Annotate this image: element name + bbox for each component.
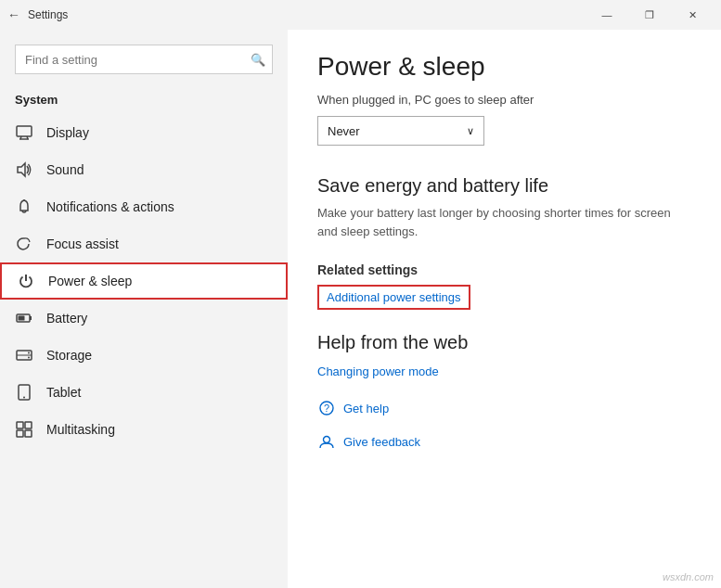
sidebar-item-power-label: Power & sleep xyxy=(48,274,132,288)
related-settings-label: Related settings xyxy=(317,262,691,277)
svg-marker-4 xyxy=(18,163,25,176)
storage-icon xyxy=(15,346,33,364)
dropdown-value: Never xyxy=(328,124,360,138)
sidebar-item-focus[interactable]: Focus assist xyxy=(0,225,288,262)
save-energy-desc: Make your battery last longer by choosin… xyxy=(317,204,689,240)
focus-icon xyxy=(15,235,33,253)
sound-icon xyxy=(15,160,33,179)
svg-rect-9 xyxy=(19,316,25,321)
give-feedback-icon xyxy=(317,432,336,451)
svg-point-22 xyxy=(324,437,330,443)
plugged-in-label: When plugged in, PC goes to sleep after xyxy=(317,93,691,107)
page-title: Power & sleep xyxy=(317,52,691,82)
sidebar-item-sound-label: Sound xyxy=(46,162,84,177)
main-container: 🔍 System Display xyxy=(0,30,721,588)
maximize-button[interactable]: ❐ xyxy=(628,0,671,30)
search-container: 🔍 xyxy=(0,37,288,82)
content-area: Power & sleep When plugged in, PC goes t… xyxy=(288,30,721,588)
chevron-down-icon: ∨ xyxy=(467,125,474,137)
save-energy-title: Save energy and battery life xyxy=(317,175,691,197)
help-from-web-title: Help from the web xyxy=(317,332,691,353)
sidebar-item-notifications[interactable]: Notifications & actions xyxy=(0,188,288,225)
settings-back-icon: ← xyxy=(7,7,20,22)
sidebar-item-battery-label: Battery xyxy=(46,311,87,326)
title-bar-title: Settings xyxy=(28,8,68,21)
sidebar: 🔍 System Display xyxy=(0,30,288,588)
svg-text:?: ? xyxy=(324,403,329,414)
svg-rect-0 xyxy=(17,126,32,136)
close-button[interactable]: ✕ xyxy=(671,0,714,30)
sidebar-item-sound[interactable]: Sound xyxy=(0,151,288,188)
svg-rect-16 xyxy=(17,422,23,428)
sidebar-item-tablet-label: Tablet xyxy=(46,385,81,400)
changing-power-mode-link[interactable]: Changing power mode xyxy=(317,364,691,378)
search-icon: 🔍 xyxy=(251,53,265,67)
title-bar: ← Settings — ❐ ✕ xyxy=(0,0,721,30)
title-bar-left: ← Settings xyxy=(7,7,586,22)
related-settings-section: Related settings Additional power settin… xyxy=(317,262,691,332)
tablet-icon xyxy=(15,383,33,402)
search-input[interactable] xyxy=(15,45,273,74)
sidebar-item-notifications-label: Notifications & actions xyxy=(46,199,174,214)
sleep-dropdown[interactable]: Never ∨ xyxy=(317,116,484,146)
display-icon xyxy=(15,123,33,142)
battery-icon xyxy=(15,309,33,327)
sidebar-item-tablet[interactable]: Tablet xyxy=(0,374,288,411)
give-feedback-row[interactable]: Give feedback xyxy=(317,432,691,451)
sidebar-item-storage-label: Storage xyxy=(46,348,92,363)
sidebar-item-display[interactable]: Display xyxy=(0,114,288,151)
sidebar-item-battery[interactable]: Battery xyxy=(0,300,288,337)
get-help-row[interactable]: ? Get help xyxy=(317,399,691,417)
sidebar-item-multitasking-label: Multitasking xyxy=(46,422,115,437)
changing-power-mode-label: Changing power mode xyxy=(317,364,439,378)
svg-rect-18 xyxy=(17,430,23,437)
notifications-icon xyxy=(15,198,33,216)
get-help-label: Get help xyxy=(343,402,389,415)
svg-point-15 xyxy=(23,397,25,399)
multitasking-icon xyxy=(15,420,33,439)
svg-rect-19 xyxy=(25,430,32,437)
title-bar-controls: — ❐ ✕ xyxy=(586,0,714,30)
sidebar-item-power[interactable]: Power & sleep xyxy=(0,262,288,300)
sidebar-item-focus-label: Focus assist xyxy=(46,236,119,251)
watermark: wsxdn.com xyxy=(663,571,714,582)
sidebar-section-label: System xyxy=(0,82,288,114)
svg-point-13 xyxy=(28,357,30,359)
svg-point-12 xyxy=(28,352,30,354)
sidebar-item-storage[interactable]: Storage xyxy=(0,337,288,374)
svg-rect-17 xyxy=(25,422,32,428)
sidebar-item-display-label: Display xyxy=(46,125,89,140)
additional-power-settings-link[interactable]: Additional power settings xyxy=(317,285,470,310)
get-help-icon: ? xyxy=(317,399,336,417)
power-icon xyxy=(17,272,35,290)
minimize-button[interactable]: — xyxy=(586,0,628,30)
dropdown-container: Never ∨ xyxy=(317,116,691,146)
give-feedback-label: Give feedback xyxy=(343,435,420,449)
sidebar-item-multitasking[interactable]: Multitasking xyxy=(0,411,288,448)
